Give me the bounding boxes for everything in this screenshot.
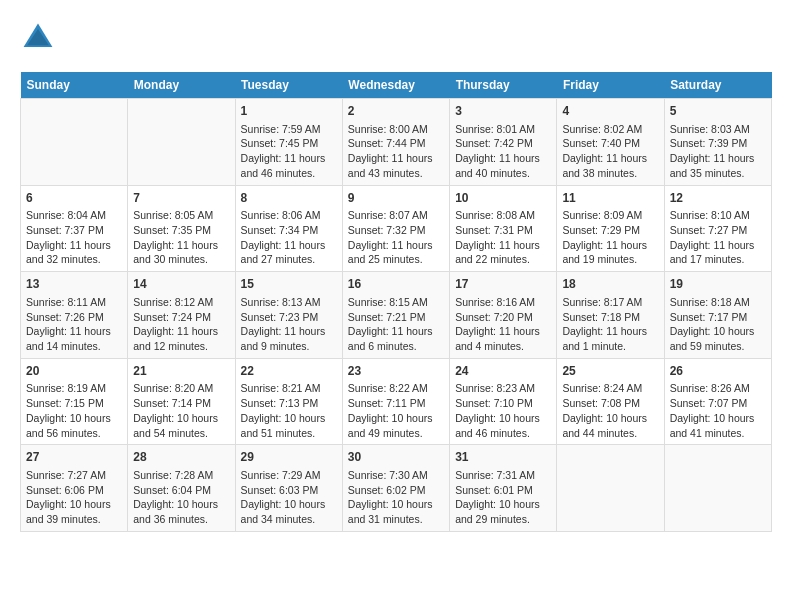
day-info: Sunrise: 8:10 AM Sunset: 7:27 PM Dayligh… xyxy=(670,208,766,267)
day-info: Sunrise: 8:18 AM Sunset: 7:17 PM Dayligh… xyxy=(670,295,766,354)
day-info: Sunrise: 8:01 AM Sunset: 7:42 PM Dayligh… xyxy=(455,122,551,181)
calendar-week-row: 20Sunrise: 8:19 AM Sunset: 7:15 PM Dayli… xyxy=(21,358,772,445)
day-number: 25 xyxy=(562,363,658,380)
calendar-cell: 24Sunrise: 8:23 AM Sunset: 7:10 PM Dayli… xyxy=(450,358,557,445)
day-number: 15 xyxy=(241,276,337,293)
weekday-header: Monday xyxy=(128,72,235,99)
day-number: 10 xyxy=(455,190,551,207)
day-number: 24 xyxy=(455,363,551,380)
day-number: 14 xyxy=(133,276,229,293)
day-info: Sunrise: 8:16 AM Sunset: 7:20 PM Dayligh… xyxy=(455,295,551,354)
day-number: 8 xyxy=(241,190,337,207)
calendar-cell: 7Sunrise: 8:05 AM Sunset: 7:35 PM Daylig… xyxy=(128,185,235,272)
day-number: 5 xyxy=(670,103,766,120)
day-number: 9 xyxy=(348,190,444,207)
weekday-header: Saturday xyxy=(664,72,771,99)
calendar-week-row: 1Sunrise: 7:59 AM Sunset: 7:45 PM Daylig… xyxy=(21,99,772,186)
day-info: Sunrise: 8:06 AM Sunset: 7:34 PM Dayligh… xyxy=(241,208,337,267)
day-number: 22 xyxy=(241,363,337,380)
day-info: Sunrise: 7:29 AM Sunset: 6:03 PM Dayligh… xyxy=(241,468,337,527)
day-info: Sunrise: 8:13 AM Sunset: 7:23 PM Dayligh… xyxy=(241,295,337,354)
day-info: Sunrise: 8:11 AM Sunset: 7:26 PM Dayligh… xyxy=(26,295,122,354)
day-info: Sunrise: 8:12 AM Sunset: 7:24 PM Dayligh… xyxy=(133,295,229,354)
calendar-cell: 9Sunrise: 8:07 AM Sunset: 7:32 PM Daylig… xyxy=(342,185,449,272)
day-info: Sunrise: 7:30 AM Sunset: 6:02 PM Dayligh… xyxy=(348,468,444,527)
calendar-cell: 25Sunrise: 8:24 AM Sunset: 7:08 PM Dayli… xyxy=(557,358,664,445)
day-number: 20 xyxy=(26,363,122,380)
calendar-cell: 6Sunrise: 8:04 AM Sunset: 7:37 PM Daylig… xyxy=(21,185,128,272)
calendar-cell: 1Sunrise: 7:59 AM Sunset: 7:45 PM Daylig… xyxy=(235,99,342,186)
calendar-cell: 10Sunrise: 8:08 AM Sunset: 7:31 PM Dayli… xyxy=(450,185,557,272)
day-number: 17 xyxy=(455,276,551,293)
day-number: 18 xyxy=(562,276,658,293)
calendar-cell: 22Sunrise: 8:21 AM Sunset: 7:13 PM Dayli… xyxy=(235,358,342,445)
day-number: 29 xyxy=(241,449,337,466)
calendar-cell: 15Sunrise: 8:13 AM Sunset: 7:23 PM Dayli… xyxy=(235,272,342,359)
calendar-week-row: 13Sunrise: 8:11 AM Sunset: 7:26 PM Dayli… xyxy=(21,272,772,359)
day-number: 7 xyxy=(133,190,229,207)
logo xyxy=(20,20,62,56)
day-info: Sunrise: 8:17 AM Sunset: 7:18 PM Dayligh… xyxy=(562,295,658,354)
day-info: Sunrise: 8:24 AM Sunset: 7:08 PM Dayligh… xyxy=(562,381,658,440)
day-number: 28 xyxy=(133,449,229,466)
calendar-cell: 4Sunrise: 8:02 AM Sunset: 7:40 PM Daylig… xyxy=(557,99,664,186)
weekday-header: Tuesday xyxy=(235,72,342,99)
calendar-cell: 21Sunrise: 8:20 AM Sunset: 7:14 PM Dayli… xyxy=(128,358,235,445)
day-info: Sunrise: 8:19 AM Sunset: 7:15 PM Dayligh… xyxy=(26,381,122,440)
day-info: Sunrise: 8:21 AM Sunset: 7:13 PM Dayligh… xyxy=(241,381,337,440)
calendar-cell xyxy=(557,445,664,532)
calendar-cell: 20Sunrise: 8:19 AM Sunset: 7:15 PM Dayli… xyxy=(21,358,128,445)
weekday-header: Wednesday xyxy=(342,72,449,99)
calendar-header: SundayMondayTuesdayWednesdayThursdayFrid… xyxy=(21,72,772,99)
day-number: 4 xyxy=(562,103,658,120)
day-number: 31 xyxy=(455,449,551,466)
page-header xyxy=(20,20,772,56)
day-number: 11 xyxy=(562,190,658,207)
calendar-cell xyxy=(21,99,128,186)
day-number: 2 xyxy=(348,103,444,120)
day-info: Sunrise: 7:59 AM Sunset: 7:45 PM Dayligh… xyxy=(241,122,337,181)
day-info: Sunrise: 8:04 AM Sunset: 7:37 PM Dayligh… xyxy=(26,208,122,267)
calendar-cell: 23Sunrise: 8:22 AM Sunset: 7:11 PM Dayli… xyxy=(342,358,449,445)
day-number: 21 xyxy=(133,363,229,380)
day-number: 19 xyxy=(670,276,766,293)
day-number: 13 xyxy=(26,276,122,293)
calendar-week-row: 27Sunrise: 7:27 AM Sunset: 6:06 PM Dayli… xyxy=(21,445,772,532)
day-number: 27 xyxy=(26,449,122,466)
calendar-cell: 16Sunrise: 8:15 AM Sunset: 7:21 PM Dayli… xyxy=(342,272,449,359)
calendar-body: 1Sunrise: 7:59 AM Sunset: 7:45 PM Daylig… xyxy=(21,99,772,532)
day-info: Sunrise: 7:27 AM Sunset: 6:06 PM Dayligh… xyxy=(26,468,122,527)
calendar-cell: 12Sunrise: 8:10 AM Sunset: 7:27 PM Dayli… xyxy=(664,185,771,272)
day-info: Sunrise: 8:09 AM Sunset: 7:29 PM Dayligh… xyxy=(562,208,658,267)
calendar-cell: 19Sunrise: 8:18 AM Sunset: 7:17 PM Dayli… xyxy=(664,272,771,359)
day-number: 1 xyxy=(241,103,337,120)
calendar-table: SundayMondayTuesdayWednesdayThursdayFrid… xyxy=(20,72,772,532)
day-number: 6 xyxy=(26,190,122,207)
calendar-cell: 30Sunrise: 7:30 AM Sunset: 6:02 PM Dayli… xyxy=(342,445,449,532)
calendar-cell: 13Sunrise: 8:11 AM Sunset: 7:26 PM Dayli… xyxy=(21,272,128,359)
calendar-cell: 5Sunrise: 8:03 AM Sunset: 7:39 PM Daylig… xyxy=(664,99,771,186)
day-info: Sunrise: 8:03 AM Sunset: 7:39 PM Dayligh… xyxy=(670,122,766,181)
calendar-cell: 29Sunrise: 7:29 AM Sunset: 6:03 PM Dayli… xyxy=(235,445,342,532)
calendar-cell: 14Sunrise: 8:12 AM Sunset: 7:24 PM Dayli… xyxy=(128,272,235,359)
day-info: Sunrise: 8:08 AM Sunset: 7:31 PM Dayligh… xyxy=(455,208,551,267)
calendar-cell: 31Sunrise: 7:31 AM Sunset: 6:01 PM Dayli… xyxy=(450,445,557,532)
day-info: Sunrise: 8:22 AM Sunset: 7:11 PM Dayligh… xyxy=(348,381,444,440)
calendar-week-row: 6Sunrise: 8:04 AM Sunset: 7:37 PM Daylig… xyxy=(21,185,772,272)
calendar-cell: 28Sunrise: 7:28 AM Sunset: 6:04 PM Dayli… xyxy=(128,445,235,532)
calendar-cell: 26Sunrise: 8:26 AM Sunset: 7:07 PM Dayli… xyxy=(664,358,771,445)
calendar-cell: 3Sunrise: 8:01 AM Sunset: 7:42 PM Daylig… xyxy=(450,99,557,186)
day-number: 30 xyxy=(348,449,444,466)
day-info: Sunrise: 8:02 AM Sunset: 7:40 PM Dayligh… xyxy=(562,122,658,181)
calendar-cell: 17Sunrise: 8:16 AM Sunset: 7:20 PM Dayli… xyxy=(450,272,557,359)
day-info: Sunrise: 8:15 AM Sunset: 7:21 PM Dayligh… xyxy=(348,295,444,354)
calendar-cell: 27Sunrise: 7:27 AM Sunset: 6:06 PM Dayli… xyxy=(21,445,128,532)
weekday-header: Thursday xyxy=(450,72,557,99)
day-info: Sunrise: 8:20 AM Sunset: 7:14 PM Dayligh… xyxy=(133,381,229,440)
weekday-header: Friday xyxy=(557,72,664,99)
weekday-header: Sunday xyxy=(21,72,128,99)
day-info: Sunrise: 8:07 AM Sunset: 7:32 PM Dayligh… xyxy=(348,208,444,267)
day-number: 12 xyxy=(670,190,766,207)
day-number: 3 xyxy=(455,103,551,120)
day-info: Sunrise: 7:28 AM Sunset: 6:04 PM Dayligh… xyxy=(133,468,229,527)
